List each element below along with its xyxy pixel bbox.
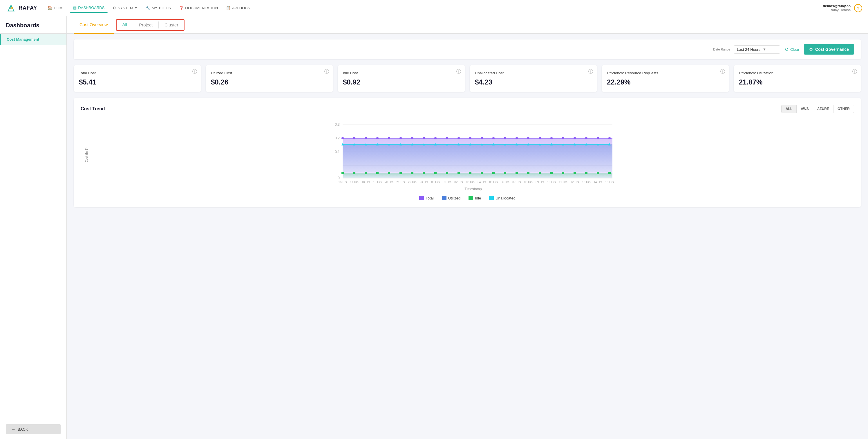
- nav-dashboards[interactable]: ▦ DASHBOARDS: [70, 3, 108, 13]
- sidebar-item-cost-management[interactable]: Cost Management: [0, 34, 66, 45]
- chart-filter-aws[interactable]: AWS: [796, 105, 813, 113]
- svg-text:01 Hrs: 01 Hrs: [443, 181, 451, 184]
- info-icon-total-cost[interactable]: i: [192, 69, 197, 74]
- svg-text:14 Hrs: 14 Hrs: [594, 181, 602, 184]
- svg-text:10 Hrs: 10 Hrs: [547, 181, 556, 184]
- svg-text:08 Hrs: 08 Hrs: [524, 181, 532, 184]
- gear-icon: ⚙: [809, 47, 813, 52]
- svg-point-23: [434, 137, 437, 139]
- info-icon-utilized-cost[interactable]: i: [324, 69, 329, 74]
- svg-rect-78: [516, 172, 518, 174]
- system-icon: ⚙: [113, 6, 116, 10]
- back-arrow-icon: ←: [11, 427, 16, 432]
- info-icon-idle-cost[interactable]: i: [456, 69, 461, 74]
- nav-system[interactable]: ⚙ SYSTEM ▼: [109, 3, 141, 12]
- metric-card-efficiency-resource: Efficiency: Resource Requests 22.29% i: [602, 65, 729, 92]
- metric-title-idle-cost: Idle Cost: [343, 71, 460, 75]
- back-label: BACK: [18, 427, 28, 432]
- svg-point-35: [574, 137, 576, 139]
- svg-rect-73: [458, 172, 460, 174]
- legend-color-utilized: [442, 196, 446, 200]
- legend-label-utilized: Utilized: [448, 196, 461, 200]
- svg-rect-74: [469, 172, 471, 174]
- svg-text:00 Hrs: 00 Hrs: [431, 181, 439, 184]
- svg-point-28: [492, 137, 495, 139]
- legend-item-total: Total: [419, 196, 433, 200]
- legend-label-total: Total: [426, 196, 433, 200]
- x-axis-label: Timestamp: [92, 187, 854, 191]
- metric-value-unallocated-cost: $4.23: [475, 78, 592, 86]
- nav-mytools[interactable]: 🔧 MY TOOLS: [142, 3, 174, 12]
- cost-trend-chart: 0.3 0.2 0.1 0: [92, 119, 854, 185]
- user-menu[interactable]: demos@rafay.co Rafay Demos: [823, 4, 850, 12]
- sidebar: Dashboards Cost Management ← BACK: [0, 16, 67, 439]
- tab-cluster[interactable]: Cluster: [159, 19, 184, 31]
- svg-rect-69: [411, 172, 413, 174]
- info-icon-unallocated-cost[interactable]: i: [588, 69, 593, 74]
- svg-point-30: [516, 137, 518, 139]
- app-body: Dashboards Cost Management ← BACK Cost O…: [0, 16, 868, 439]
- svg-text:19 Hrs: 19 Hrs: [373, 181, 381, 184]
- metric-value-utilized-cost: $0.26: [211, 78, 328, 86]
- clear-button[interactable]: ↺ Clear: [785, 47, 799, 52]
- metric-card-idle-cost: Idle Cost $0.92 i: [338, 65, 465, 92]
- chart-legend: Total Utilized Idle Unallocated: [81, 196, 854, 200]
- cost-management-label: Cost Management: [7, 37, 39, 41]
- svg-text:0.1: 0.1: [335, 150, 340, 154]
- home-icon: 🏠: [48, 6, 52, 10]
- svg-point-17: [365, 137, 367, 139]
- metric-card-efficiency-utilization: Efficiency: Utilization 21.87% i: [734, 65, 861, 92]
- svg-point-26: [469, 137, 471, 139]
- chart-header: Cost Trend ALL AWS AZURE OTHER: [81, 105, 854, 113]
- svg-text:12 Hrs: 12 Hrs: [570, 181, 579, 184]
- svg-rect-67: [388, 172, 390, 174]
- y-axis-label: Cost (In $): [85, 147, 88, 162]
- svg-rect-1: [9, 7, 11, 9]
- svg-point-15: [341, 137, 344, 139]
- chart-filter-all[interactable]: ALL: [781, 105, 796, 113]
- legend-item-idle: Idle: [468, 196, 481, 200]
- nav-right: demos@rafay.co Rafay Demos ?: [823, 4, 862, 12]
- user-email: demos@rafay.co: [823, 4, 850, 8]
- legend-label-idle: Idle: [475, 196, 481, 200]
- chart-filter-azure[interactable]: AZURE: [813, 105, 833, 113]
- svg-point-18: [376, 137, 379, 139]
- info-icon-efficiency-utilization[interactable]: i: [852, 69, 857, 74]
- svg-point-21: [411, 137, 413, 139]
- dashboards-icon: ▦: [73, 5, 76, 10]
- svg-rect-82: [562, 172, 564, 174]
- cost-governance-button[interactable]: ⚙ Cost Governance: [804, 44, 854, 55]
- info-icon-efficiency-resource[interactable]: i: [720, 69, 725, 74]
- svg-text:16 Hrs: 16 Hrs: [338, 181, 347, 184]
- metric-value-idle-cost: $0.92: [343, 78, 460, 86]
- back-button[interactable]: ← BACK: [6, 424, 61, 434]
- svg-point-20: [400, 137, 402, 139]
- nav-apidocs[interactable]: 📋 API DOCS: [222, 3, 253, 12]
- date-range-select[interactable]: Last 24 Hours ▼: [734, 45, 780, 54]
- nav-documentation[interactable]: ❓ DOCUMENTATION: [176, 3, 221, 12]
- svg-text:15 Hrs: 15 Hrs: [605, 181, 614, 184]
- chevron-down-icon: ▼: [134, 6, 137, 9]
- svg-text:18 Hrs: 18 Hrs: [362, 181, 370, 184]
- tab-cost-overview[interactable]: Cost Overview: [74, 16, 114, 34]
- svg-text:0.2: 0.2: [335, 136, 340, 140]
- metric-title-utilized-cost: Utilized Cost: [211, 71, 328, 75]
- svg-point-38: [608, 137, 611, 139]
- chart-filter-other[interactable]: OTHER: [833, 105, 854, 113]
- tab-project[interactable]: Project: [133, 19, 158, 31]
- legend-color-unallocated: [489, 196, 494, 200]
- svg-rect-86: [608, 172, 611, 174]
- svg-rect-76: [492, 172, 495, 174]
- svg-text:04 Hrs: 04 Hrs: [477, 181, 486, 184]
- content-area: Date Range Last 24 Hours ▼ ↺ Clear ⚙ Cos…: [67, 34, 868, 213]
- help-button[interactable]: ?: [854, 4, 862, 12]
- svg-rect-79: [527, 172, 529, 174]
- svg-point-22: [423, 137, 425, 139]
- nav-home[interactable]: 🏠 HOME: [44, 3, 68, 12]
- legend-color-total: [419, 196, 424, 200]
- date-range-label: Date Range: [713, 48, 730, 51]
- logo[interactable]: RAFAY: [6, 3, 37, 13]
- tab-all[interactable]: All: [117, 19, 133, 31]
- svg-rect-2: [11, 7, 13, 9]
- tabs-bar: Cost Overview All Project Cluster: [67, 16, 868, 34]
